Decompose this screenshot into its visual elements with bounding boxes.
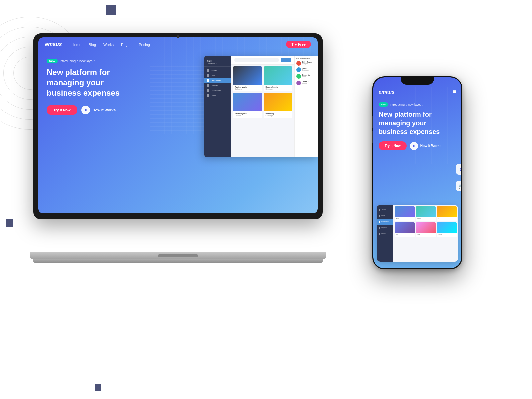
app-sidebar: hale Jonathan M. Trends Feed <box>204 56 231 157</box>
phone-float-gear[interactable]: ⚙ <box>456 164 461 175</box>
phone-card-3: Art <box>437 206 457 221</box>
rp-item-4: Justin C. Analyst <box>296 81 316 85</box>
phone-card-img-3 <box>437 206 457 217</box>
nav-item-blog[interactable]: Blog <box>89 41 96 47</box>
sidebar-item-collections[interactable]: Collections <box>204 78 231 83</box>
phone-card-footer-1: Media <box>395 217 415 220</box>
nav-item-pricing[interactable]: Pricing <box>139 41 150 47</box>
sidebar-item-projects[interactable]: Projects <box>204 83 231 88</box>
phone-card-5: Social <box>416 222 436 237</box>
laptop-hero-section: New Introducing a new layout. New platfo… <box>47 57 140 115</box>
laptop-mockup: emaus Home Blog Works Pages Pricing Try … <box>33 33 323 259</box>
trends-icon <box>207 69 209 72</box>
try-free-button[interactable]: Try Free <box>286 41 311 48</box>
sidebar-label-trends: Trends <box>211 70 217 72</box>
badge-new-label: New <box>47 59 58 63</box>
laptop-foot <box>33 259 323 263</box>
phone-outer-frame: emaus ≡ New Introducing a new layout. Ne… <box>372 76 462 269</box>
laptop-screen-bezel: emaus Home Blog Works Pages Pricing Try … <box>38 37 318 213</box>
sidebar-user: Jonathan M. <box>207 63 228 65</box>
phone-badge-text: Introducing a new layout. <box>390 103 423 106</box>
projects-icon <box>207 84 209 87</box>
rp-text-1: Kelly Jones Designer <box>302 61 316 65</box>
laptop-navbar: emaus Home Blog Works Pages Pricing Try … <box>38 37 318 51</box>
new-badge: New Introducing a new layout. <box>47 59 96 63</box>
nav-item-pages[interactable]: Pages <box>121 41 131 47</box>
card-footer-2: Design Assets Resource <box>264 85 293 91</box>
sidebar-label-projects: Projects <box>211 85 218 87</box>
phone-play-icon <box>410 142 418 150</box>
sidebar-label-feed: Feed <box>211 75 215 77</box>
phone-how-button[interactable]: How it Works <box>410 142 441 150</box>
rp-item-3: Danny M. Writer <box>296 74 316 79</box>
laptop-app-mockup: hale Jonathan M. Trends Feed <box>204 56 318 157</box>
app-sidebar-header: hale Jonathan M. <box>204 58 231 67</box>
nav-item-works[interactable]: Works <box>103 41 114 47</box>
app-main-panel: Project Media Collection Design Assets <box>231 56 294 157</box>
card-sub-1: Collection <box>235 88 260 90</box>
try-it-now-button[interactable]: Try it Now <box>47 105 77 115</box>
rp-text-2: ZIA R. Developer <box>302 67 316 71</box>
gear-icon: ⚙ <box>459 167 462 172</box>
phone-sidebar-item-4: Projects <box>377 225 393 231</box>
sidebar-item-trends[interactable]: Trends <box>204 68 231 73</box>
phone-card-img-5 <box>416 222 436 233</box>
laptop-hinge <box>158 254 198 257</box>
phone-logo: emaus <box>379 89 453 95</box>
phone-navbar: emaus ≡ <box>373 87 461 97</box>
sidebar-item-profile[interactable]: Profile <box>204 93 231 98</box>
phone-sidebar-item-3: Collections <box>377 219 393 225</box>
phone-app-sidebar: Trends Feed Collections <box>377 205 393 262</box>
rp-avatar-3 <box>296 74 301 79</box>
rp-avatar-1 <box>296 61 301 66</box>
phone-card-footer-2: Design <box>416 217 436 220</box>
phone-power-button[interactable] <box>462 120 462 136</box>
phone-float-cart[interactable]: 🛒 <box>456 181 461 191</box>
sidebar-item-feed[interactable]: Feed <box>204 73 231 78</box>
laptop-hero-buttons: Try it Now How it Works <box>47 105 140 115</box>
phone-try-button[interactable]: Try it Now <box>379 141 407 150</box>
rp-item-1: Kelly Jones Designer <box>296 61 316 66</box>
phone-card-img-2 <box>416 206 436 217</box>
phone-card-4: Web <box>395 222 415 237</box>
rp-avatar-2 <box>296 67 301 72</box>
phone-badge-label: New <box>379 102 388 107</box>
phone-notch <box>401 77 434 85</box>
phone-volume-up-button[interactable] <box>372 116 373 128</box>
card-image-sunset <box>264 93 293 111</box>
card-footer-1: Project Media Collection <box>233 85 262 91</box>
phone-card-footer-3: Art <box>437 217 457 220</box>
recommended-label: RECOMMENDED <box>296 57 316 59</box>
phone-app-mockup: Trends Feed Collections <box>377 205 458 262</box>
card-sub-3: Portfolio <box>235 115 260 117</box>
how-it-works-button[interactable]: How it Works <box>81 106 116 114</box>
phone-play-triangle <box>413 145 415 147</box>
app-main-topbar <box>231 56 294 65</box>
card-footer-4: Marketing Campaign <box>264 111 293 118</box>
app-action-btn[interactable] <box>281 58 291 62</box>
discussions-icon <box>207 89 209 92</box>
hamburger-menu-icon[interactable]: ≡ <box>453 89 456 95</box>
phone-sidebar-icon-4 <box>379 227 380 229</box>
phone-volume-down-button[interactable] <box>372 131 373 143</box>
laptop-screen: emaus Home Blog Works Pages Pricing Try … <box>38 37 318 213</box>
app-search-bar[interactable] <box>234 58 279 62</box>
sidebar-label-collections: Collections <box>211 80 221 82</box>
sidebar-label-profile: Profile <box>211 95 216 97</box>
app-card-2: Design Assets Resource <box>264 66 293 91</box>
phone-mockup: emaus ≡ New Introducing a new layout. Ne… <box>372 76 462 269</box>
phone-sidebar-item-5: Profile <box>377 231 393 237</box>
laptop-camera <box>177 35 179 38</box>
card-image-blue <box>233 93 262 111</box>
phone-hero-section: New Introducing a new layout. New platfo… <box>379 101 456 150</box>
phone-card-img-1 <box>395 206 415 217</box>
card-footer-3: Web Projects Portfolio <box>233 111 262 118</box>
card-sub-4: Campaign <box>266 115 291 117</box>
phone-screen: emaus ≡ New Introducing a new layout. Ne… <box>373 77 461 268</box>
phone-card-footer-4: Web <box>395 233 415 236</box>
sidebar-item-discussions[interactable]: Discussions <box>204 88 231 93</box>
phone-sidebar-item-2: Feed <box>377 213 393 219</box>
rp-avatar-4 <box>296 81 301 85</box>
nav-item-home[interactable]: Home <box>72 41 81 47</box>
phone-card-2: Design <box>416 206 436 221</box>
